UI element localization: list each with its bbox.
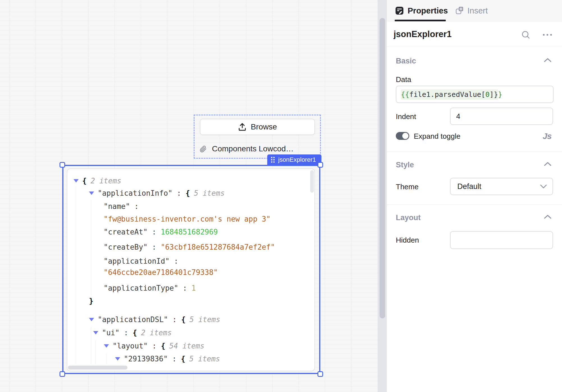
hidden-input[interactable] <box>450 231 553 249</box>
component-name-tag[interactable]: jsonExplorer1 <box>267 154 321 165</box>
app-root: Browse Components Lowcod… jsonExplorer1 <box>0 0 562 392</box>
json-line-layout: "layout" : {54 items <box>104 341 204 351</box>
canvas-scrollbar-track[interactable] <box>378 0 387 392</box>
json-line-name-value: "fw@business-inventor.com's new app 3" <box>104 214 271 224</box>
json-line-applicationId-value: "646ccbe20ae7186401c79338" <box>104 268 218 277</box>
tab-insert[interactable]: Insert <box>456 0 488 21</box>
active-tab-underline <box>395 20 446 21</box>
json-line-ui: "ui" : {2 items <box>93 328 172 338</box>
json-vertical-scrollbar[interactable] <box>310 170 314 193</box>
theme-select[interactable]: Default <box>450 178 553 195</box>
indent-guide <box>106 354 106 364</box>
style-section-header: Style <box>396 161 414 169</box>
search-icon[interactable] <box>521 30 531 41</box>
resize-handle-top-right[interactable] <box>317 162 323 168</box>
collapse-basic-chevron-icon[interactable] <box>544 58 551 63</box>
expand-toggle-switch[interactable] <box>396 132 409 140</box>
data-code-input[interactable]: {{file1.parsedValue[0]}} <box>396 86 554 103</box>
indent-guide <box>76 186 76 364</box>
indent-guide <box>91 327 91 364</box>
drag-handle-icon[interactable] <box>270 156 276 163</box>
basic-section-header: Basic <box>396 57 416 65</box>
collapse-triangle-icon[interactable] <box>74 179 79 183</box>
collapse-triangle-icon[interactable] <box>104 344 109 348</box>
browse-button-label: Browse <box>251 122 277 131</box>
resize-handle-bottom-left[interactable] <box>60 371 65 377</box>
properties-tab-icon <box>395 6 404 15</box>
resize-handle-top-left[interactable] <box>60 162 65 168</box>
component-title: jsonExplorer1 <box>394 29 452 39</box>
json-line-createBy: "createBy" : "63cbf18e651287684a7ef2ef" <box>104 242 275 252</box>
hidden-field-label: Hidden <box>396 236 419 245</box>
json-horizontal-scrollbar[interactable] <box>68 366 127 370</box>
browse-button[interactable]: Browse <box>200 119 315 135</box>
tab-properties-label: Properties <box>408 6 448 15</box>
indent-guide <box>91 200 91 295</box>
json-line-name-key: "name" : <box>104 202 139 211</box>
component-name-tag-label: jsonExplorer1 <box>278 156 316 163</box>
collapse-triangle-icon[interactable] <box>89 192 94 195</box>
indent-field-label: Indent <box>396 112 416 121</box>
layout-section-header: Layout <box>396 213 421 222</box>
theme-field-label: Theme <box>396 183 419 191</box>
collapse-triangle-icon[interactable] <box>89 318 94 321</box>
uploaded-file-item[interactable]: Components Lowcod… <box>199 144 317 154</box>
upload-icon <box>238 122 247 131</box>
chevron-down-icon <box>540 184 547 189</box>
divider <box>387 204 562 205</box>
collapse-triangle-icon[interactable] <box>93 331 98 334</box>
insert-tab-icon <box>456 6 463 15</box>
tab-insert-label: Insert <box>467 6 488 15</box>
data-field-label: Data <box>396 75 411 84</box>
collapse-style-chevron-icon[interactable] <box>544 162 551 167</box>
indent-guide <box>95 340 96 364</box>
uploaded-file-name: Components Lowcod… <box>212 144 294 153</box>
indent-input[interactable] <box>450 108 553 125</box>
json-explorer-component[interactable]: {2 items "applicationInfo" : {5 items "n… <box>67 168 315 371</box>
paperclip-icon <box>199 145 207 153</box>
json-line-createAt: "createAt" : 1684851682969 <box>104 227 218 237</box>
json-line-applicationType: "applicationType" : 1 <box>104 283 196 293</box>
editor-canvas[interactable]: Browse Components Lowcod… jsonExplorer1 <box>0 0 378 392</box>
properties-panel: Properties Insert jsonExplorer1 <box>387 0 562 392</box>
canvas-scrollbar-thumb[interactable] <box>380 18 385 318</box>
more-options-icon[interactable] <box>542 33 553 38</box>
json-line-close-brace: } <box>89 296 93 306</box>
json-line-root: {2 items <box>74 176 121 186</box>
json-line-applicationDSL: "applicationDSL" : {5 items <box>89 315 220 324</box>
expand-toggle-label: Expand toggle <box>414 132 460 141</box>
tab-properties[interactable]: Properties <box>395 0 448 21</box>
json-line-29139836: "29139836" : {5 items <box>115 354 220 364</box>
collapse-triangle-icon[interactable] <box>115 357 120 361</box>
json-line-applicationInfo: "applicationInfo" : {5 items <box>89 188 225 198</box>
panel-tab-bar: Properties Insert <box>387 0 562 21</box>
resize-handle-bottom-right[interactable] <box>317 371 323 377</box>
theme-select-value: Default <box>457 182 481 191</box>
json-line-applicationId-key: "applicationId" : <box>104 256 178 266</box>
js-icon[interactable]: Js <box>543 131 554 141</box>
collapse-layout-chevron-icon[interactable] <box>544 215 551 220</box>
divider <box>387 47 562 47</box>
divider <box>387 152 562 152</box>
